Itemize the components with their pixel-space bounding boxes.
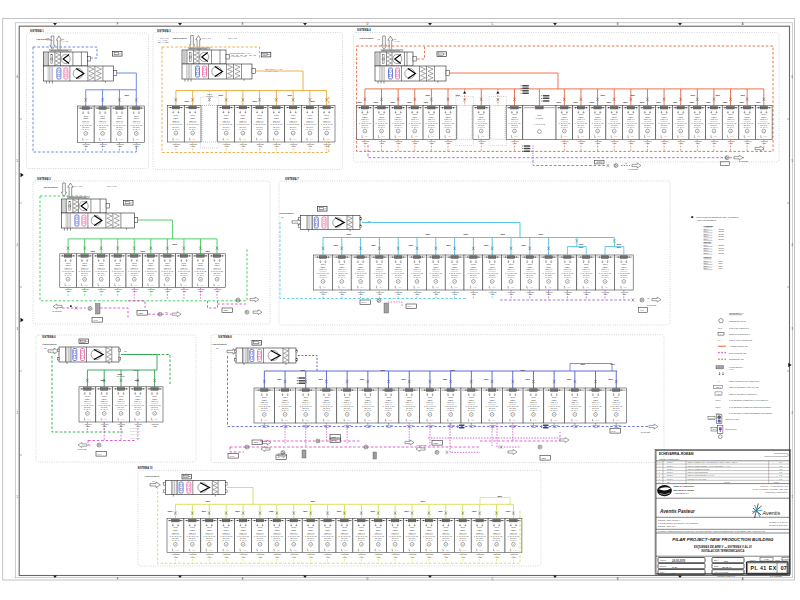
svg-text:+MED: +MED xyxy=(167,510,173,512)
svg-text:+MED: +MED xyxy=(423,101,429,103)
svg-text:S/E: S/E xyxy=(62,39,65,40)
svg-text:Aventis Pasteur: Aventis Pasteur xyxy=(659,509,695,514)
svg-text:PB-1##: PB-1## xyxy=(704,253,709,254)
svg-text:D: D xyxy=(367,577,369,581)
svg-text:+MED: +MED xyxy=(497,495,503,497)
svg-text:+MED: +MED xyxy=(672,101,678,103)
svg-text:Aventis: Aventis xyxy=(762,510,781,516)
svg-text:PB-1##: PB-1## xyxy=(704,261,709,262)
svg-text:+MED: +MED xyxy=(450,369,456,371)
svg-text:+MED: +MED xyxy=(310,500,316,502)
svg-text:+MED: +MED xyxy=(578,246,584,248)
svg-text:BUENOS AIRES / URUGUAY: BUENOS AIRES / URUGUAY xyxy=(658,519,681,521)
svg-text:A: A xyxy=(742,22,744,26)
svg-text:800 m3: 800 m3 xyxy=(719,239,724,240)
svg-text:+MED: +MED xyxy=(90,250,96,252)
svg-text:+MED: +MED xyxy=(438,510,444,512)
svg-text:SISTEMA 5: SISTEMA 5 xyxy=(37,177,51,181)
svg-text:CAJ 8: CAJ 8 xyxy=(254,342,259,344)
svg-text:Date: Date xyxy=(667,481,670,483)
svg-text:+MED: +MED xyxy=(318,378,324,380)
svg-text:+MED: +MED xyxy=(218,94,224,96)
svg-text:28-08-2003: 28-08-2003 xyxy=(671,559,686,563)
svg-text:S/E: S/E xyxy=(724,560,728,563)
svg-text:+MED: +MED xyxy=(205,250,211,252)
svg-text:ALETAS: ALETAS xyxy=(715,386,720,388)
svg-text:+MED: +MED xyxy=(310,100,316,102)
svg-text:CAUDAL DE AIRE EN m3/h: CAUDAL DE AIRE EN m3/h xyxy=(729,327,749,329)
svg-text:+MED: +MED xyxy=(205,500,211,502)
svg-text:EQUIPO FAN COIL: EQUIPO FAN COIL xyxy=(726,418,740,420)
svg-text:Consultores en: Consultores en xyxy=(774,452,787,454)
svg-text:AGUARDIEN: AGUARDIEN xyxy=(116,375,125,377)
svg-text:C: C xyxy=(492,22,494,26)
svg-text:CAJ 7: CAJ 7 xyxy=(320,208,325,210)
svg-text:ALIMENTACION DE AIRE: ALIMENTACION DE AIRE xyxy=(729,345,748,347)
svg-text:PB-1##: PB-1## xyxy=(704,266,709,267)
svg-text:PB-1##: PB-1## xyxy=(704,231,709,232)
svg-text:+MED: +MED xyxy=(425,94,431,96)
svg-text:+MED: +MED xyxy=(606,101,612,103)
svg-text:BUENOS AIRES / ITALY: BUENOS AIRES / ITALY xyxy=(658,525,677,527)
svg-text:+MED: +MED xyxy=(600,94,606,96)
svg-text:800 m3: 800 m3 xyxy=(719,229,724,230)
svg-text:(### m3): (### m3) xyxy=(394,41,401,42)
svg-text:+MED: +MED xyxy=(608,378,614,380)
svg-text:Esc.:: Esc.: xyxy=(714,559,719,561)
svg-text:+MED: +MED xyxy=(525,378,531,380)
svg-text:CANT. DE RENOVACIONES POR NECE: CANT. DE RENOVACIONES POR NECESIDAD DE P… xyxy=(729,412,772,414)
svg-text:Telephone 54 JF 27 P 10: Telephone 54 JF 27 P 10 xyxy=(769,521,788,523)
svg-text:Modificac: Modificac xyxy=(724,482,730,483)
svg-text:800 m3: 800 m3 xyxy=(719,234,724,235)
svg-text:Resp:: Resp: xyxy=(775,559,781,561)
svg-text:PB-1##: PB-1## xyxy=(704,234,709,235)
svg-text:CASO FUTURO CUANDO SE REALICE: CASO FUTURO CUANDO SE REALICE LA DIVISIO… xyxy=(696,216,740,218)
svg-text:AIRE EXTERIOR: AIRE EXTERIOR xyxy=(42,343,57,345)
svg-text:C: C xyxy=(492,577,494,581)
svg-text:700 m3: 700 m3 xyxy=(719,245,724,246)
svg-text:LV-7: LV-7 xyxy=(640,309,644,311)
svg-text:SISTEMA 3: SISTEMA 3 xyxy=(157,29,171,33)
svg-text:(VER-M): (VER-M) xyxy=(715,407,721,408)
svg-text:A: A xyxy=(742,577,744,581)
svg-text:PB-1##: PB-1## xyxy=(704,248,709,249)
svg-text:RECUPERADOR ENTALPICO: RECUPERADOR ENTALPICO xyxy=(50,49,68,51)
svg-text:AIRE EXTERIOR: AIRE EXTERIOR xyxy=(172,37,187,39)
svg-text:B: B xyxy=(617,577,619,581)
svg-text:+MED: +MED xyxy=(715,94,721,96)
svg-text:S/E (### m3): S/E (### m3) xyxy=(160,38,169,39)
svg-text:S/E RECUPERADOR #### m3: S/E RECUPERADOR #### m3 xyxy=(230,52,251,54)
svg-text:NON DEL FICHER DAO: NON DEL FICHER DAO xyxy=(717,575,735,577)
svg-text:PRESION: PRESION xyxy=(704,256,712,258)
svg-text:PB-1##: PB-1## xyxy=(704,268,709,269)
svg-text:EXPULSION: EXPULSION xyxy=(629,169,639,170)
svg-text:02-08-04: 02-08-04 xyxy=(667,475,673,476)
svg-text:CANT. DE RENOVACIONES POR COND: CANT. DE RENOVACIONES POR CONDICION DE D… xyxy=(729,406,772,408)
svg-text:ECHEVARRIA–ROMANI: ECHEVARRIA–ROMANI xyxy=(659,452,694,456)
svg-text:02-08-04: 02-08-04 xyxy=(667,462,673,463)
svg-text:CANT. DE RENOVACIONES POR CALC: CANT. DE RENOVACIONES POR CALCULO TERMIC… xyxy=(729,399,769,401)
svg-text:RECUPERADOR ENTALPICO: RECUPERADOR ENTALPICO xyxy=(382,49,400,51)
svg-text:REFERENCIAS: REFERENCIAS xyxy=(729,312,744,314)
svg-text:MED: MED xyxy=(433,442,438,444)
svg-text:+MED: +MED xyxy=(390,101,396,103)
svg-text:02-08-04: 02-08-04 xyxy=(667,472,673,473)
svg-text:AANDEREN: AANDEREN xyxy=(704,225,714,227)
svg-text:28-08-04: 28-08-04 xyxy=(721,566,732,569)
svg-text:ESQUEMAS DE AIRE V — SISTEMA: ESQUEMAS DE AIRE V — SISTEMAS V AL 10 xyxy=(694,545,752,549)
svg-text:Fecha:: Fecha: xyxy=(660,559,667,561)
svg-text:UNIDAD AMPLIACION DE AIRE: UNIDAD AMPLIACION DE AIRE xyxy=(729,339,752,341)
svg-text:Afiche n°: Afiche n° xyxy=(748,559,757,561)
svg-text:Dessin:: Dessin: xyxy=(660,565,667,567)
svg-text:+MED: +MED xyxy=(287,94,293,96)
svg-text:EXPULSION: EXPULSION xyxy=(53,311,63,312)
svg-text:+MED: +MED xyxy=(722,101,728,103)
svg-text:+MED: +MED xyxy=(140,250,146,252)
svg-text:AIRE EXTERIOR: AIRE EXTERIOR xyxy=(359,37,374,39)
svg-text:(s 1 %): (s 1 %) xyxy=(729,369,734,370)
svg-text:P.P.: P.P. xyxy=(672,572,676,575)
svg-text:Estudi de Arquitectura: Estudi de Arquitectura xyxy=(674,485,695,487)
svg-text:MED: MED xyxy=(331,439,336,441)
svg-text:+MED: +MED xyxy=(302,510,308,512)
svg-text:MED: MED xyxy=(541,457,546,459)
